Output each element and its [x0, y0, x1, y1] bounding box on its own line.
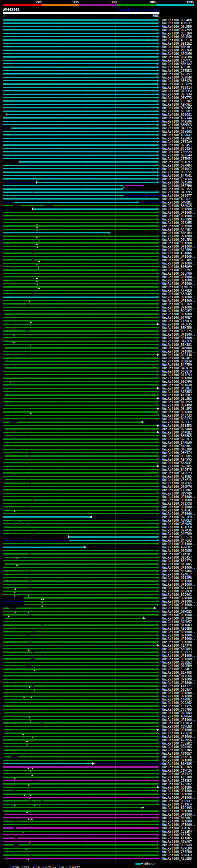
alignment-bar[interactable]: [3, 87, 157, 88]
alignment-bar[interactable]: [24, 601, 157, 602]
subject-label[interactable]: UniRef100_UPI000..: [162, 823, 195, 827]
subject-label[interactable]: UniRef100_Q6C9A7: [162, 688, 192, 691]
subject-label[interactable]: UniRef100_P05414: [162, 86, 192, 89]
subject-label[interactable]: UniRef100_O82077: [162, 194, 192, 197]
subject-label[interactable]: UniRef100_B0M1A2: [162, 62, 192, 66]
alignment-bar[interactable]: [3, 408, 157, 409]
alignment-bar[interactable]: [3, 462, 157, 463]
alignment-bar[interactable]: [6, 114, 157, 115]
subject-label[interactable]: UniRef100_Q2JA62: [162, 701, 192, 705]
alignment-bar[interactable]: [3, 628, 157, 629]
alignment-bar[interactable]: [3, 198, 157, 199]
alignment-bar[interactable]: [3, 297, 157, 298]
subject-label[interactable]: UniRef100_B4FW41: [162, 174, 192, 177]
subject-label[interactable]: UniRef100_Q8Z0C8: [162, 590, 192, 593]
subject-label[interactable]: UniRef100_UPI000..: [162, 583, 195, 586]
alignment-bar[interactable]: [3, 364, 157, 365]
subject-label[interactable]: UniRef100_UPI000..: [162, 245, 195, 248]
alignment-bar[interactable]: [3, 794, 157, 795]
alignment-bar[interactable]: [3, 66, 157, 68]
alignment-bar[interactable]: [3, 411, 157, 412]
subject-label[interactable]: UniRef100_UPI000..: [162, 796, 195, 799]
alignment-bar[interactable]: [4, 459, 157, 460]
alignment-bar[interactable]: [3, 73, 157, 74]
subject-label[interactable]: UniRef100_Q9WU19: [162, 285, 192, 289]
alignment-bar[interactable]: [37, 182, 157, 183]
subject-label[interactable]: UniRef100_A9C3D8: [162, 776, 192, 779]
subject-label[interactable]: UniRef100_Q5J1R6: [162, 748, 192, 752]
subject-label[interactable]: UniRef100_UPI000..: [162, 279, 195, 282]
subject-label[interactable]: UniRef100_Q3ZBW2: [162, 661, 192, 664]
alignment-bar[interactable]: [3, 577, 157, 578]
subject-label[interactable]: UniRef100_B6IDX0: [162, 383, 192, 387]
alignment-bar[interactable]: [3, 841, 157, 842]
subject-label[interactable]: UniRef100_Q5BKF6: [162, 522, 192, 526]
subject-label[interactable]: UniRef100_Q17C66: [162, 674, 192, 678]
alignment-bar[interactable]: [3, 401, 157, 402]
alignment-bar[interactable]: [3, 341, 157, 342]
alignment-bar[interactable]: [3, 134, 157, 135]
alignment-bar[interactable]: [4, 405, 157, 406]
alignment-bar[interactable]: [4, 699, 157, 700]
subject-label[interactable]: UniRef100_B6BRU7: [162, 816, 192, 820]
alignment-bar[interactable]: [3, 56, 157, 58]
alignment-bar[interactable]: [3, 533, 157, 534]
subject-label[interactable]: UniRef100_Q8L8P3: [162, 407, 192, 410]
subject-label[interactable]: UniRef100_B8NG63: [162, 854, 192, 857]
subject-label[interactable]: UniRef100_C6TBK3: [162, 69, 192, 72]
alignment-bar[interactable]: [3, 516, 91, 518]
alignment-bar[interactable]: [3, 246, 157, 247]
alignment-bar[interactable]: [3, 391, 157, 392]
subject-label[interactable]: UniRef100_C3Z3V2: [162, 269, 192, 272]
alignment-bar[interactable]: [5, 327, 157, 328]
alignment-bar[interactable]: [3, 665, 157, 666]
subject-label[interactable]: UniRef100_Q07523: [162, 772, 192, 776]
subject-label[interactable]: UniRef100_B8AUI7: [162, 607, 192, 610]
alignment-bar[interactable]: [5, 618, 143, 619]
subject-label[interactable]: UniRef100_UPI000..: [162, 718, 195, 721]
alignment-bar[interactable]: [3, 388, 157, 389]
alignment-bar[interactable]: [3, 205, 157, 206]
alignment-bar[interactable]: [3, 780, 157, 781]
alignment-bar[interactable]: [3, 560, 157, 561]
alignment-bar[interactable]: [3, 594, 157, 595]
alignment-bar[interactable]: [3, 29, 157, 30]
alignment-bar[interactable]: [3, 692, 157, 693]
subject-label[interactable]: UniRef100_B4H8H1: [162, 444, 192, 448]
subject-label[interactable]: UniRef100_B9ST69: [162, 302, 192, 306]
alignment-bar-segment2[interactable]: [125, 185, 141, 186]
subject-label[interactable]: UniRef100_UPI000..: [162, 306, 195, 309]
alignment-bar[interactable]: [3, 344, 157, 345]
alignment-bar[interactable]: [3, 709, 157, 710]
subject-label[interactable]: UniRef100_UPI000..: [162, 813, 195, 816]
alignment-bar[interactable]: [3, 307, 157, 308]
subject-label[interactable]: UniRef100_B0M1B1: [162, 45, 192, 49]
alignment-bar[interactable]: [4, 851, 157, 852]
alignment-bar[interactable]: [3, 270, 157, 271]
subject-label[interactable]: UniRef100_UPI000..: [162, 542, 195, 546]
subject-label[interactable]: UniRef100_C1BKC4: [162, 319, 192, 323]
subject-label[interactable]: UniRef100_Q9LRS0: [162, 35, 192, 38]
subject-label[interactable]: UniRef100_B4FDP0: [162, 617, 192, 620]
subject-label[interactable]: UniRef100_B6UCS5: [162, 170, 192, 174]
subject-label[interactable]: UniRef100_B4J7J3: [162, 414, 192, 417]
subject-label[interactable]: UniRef100_B3S7T5: [162, 559, 192, 563]
alignment-bar[interactable]: [3, 425, 157, 426]
subject-label[interactable]: UniRef100_B7Q493: [162, 806, 192, 809]
subject-label[interactable]: UniRef100_B3MIM0: [162, 326, 192, 330]
alignment-bar[interactable]: [3, 77, 157, 78]
subject-label[interactable]: UniRef100_Q7SXX8: [162, 502, 192, 505]
subject-label[interactable]: UniRef100_Q9LJH5: [162, 258, 192, 262]
subject-label[interactable]: UniRef100_C0HF24: [162, 150, 192, 154]
subject-label[interactable]: UniRef100_O81692: [162, 160, 192, 164]
subject-label[interactable]: UniRef100_P93260: [162, 49, 192, 52]
alignment-bar[interactable]: [3, 331, 157, 332]
subject-label[interactable]: UniRef100_B9GXP5: [162, 465, 192, 468]
alignment-bar[interactable]: [3, 188, 122, 190]
alignment-bar[interactable]: [3, 648, 157, 649]
alignment-bar[interactable]: [3, 351, 157, 352]
alignment-bar[interactable]: [3, 23, 157, 24]
subject-label[interactable]: UniRef100_Q8KLK1: [162, 827, 192, 830]
subject-label[interactable]: UniRef100_B3H4B8: [162, 19, 192, 22]
alignment-bar[interactable]: [3, 611, 157, 612]
